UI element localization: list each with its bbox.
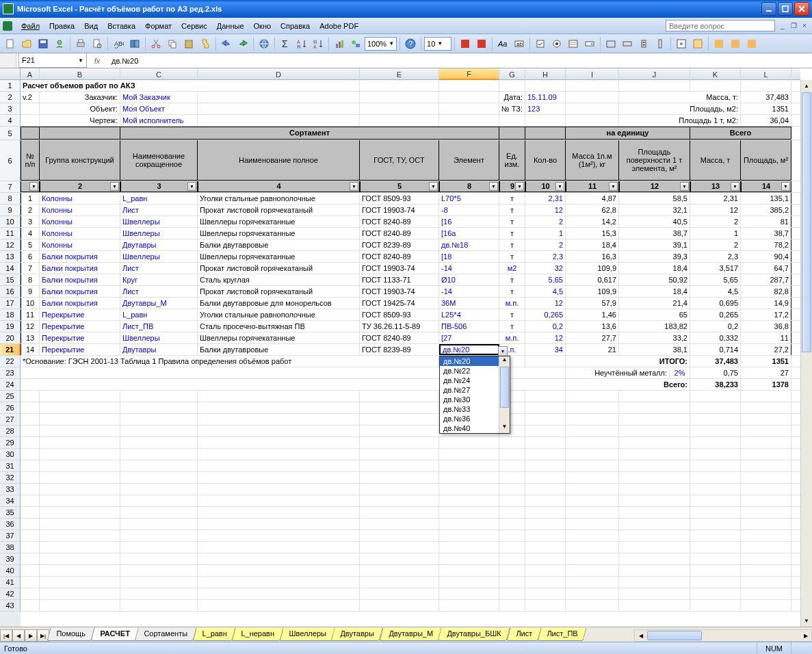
col-H[interactable]: H xyxy=(525,68,566,80)
unacc-mass[interactable]: 0,75 xyxy=(690,367,741,378)
cell-area[interactable]: 135,1 xyxy=(741,193,791,204)
cell-area1[interactable]: 38,7 xyxy=(619,228,690,239)
row-27[interactable]: 27 xyxy=(0,414,21,426)
cell-full[interactable]: Балки двутавровые xyxy=(198,239,360,250)
cell-area1[interactable]: 39,3 xyxy=(619,251,690,262)
tz-no[interactable]: 123 xyxy=(525,103,566,114)
button-control[interactable] xyxy=(620,36,635,51)
row-26[interactable]: 26 xyxy=(0,402,21,414)
mdi-minimize[interactable]: _ xyxy=(778,21,787,31)
cell-gost[interactable]: ГОСТ 8240-89 xyxy=(360,251,439,262)
menu-adobe[interactable]: Adobe PDF xyxy=(315,21,363,31)
cell-element[interactable]: [18 xyxy=(439,251,499,262)
cell-area1[interactable]: 33,2 xyxy=(619,332,690,343)
cell-area1[interactable]: 32,1 xyxy=(619,205,690,215)
cell-qty[interactable]: 12 xyxy=(525,332,566,343)
filter-J[interactable]: 12▼ xyxy=(619,181,690,192)
cell-qty[interactable]: 2 xyxy=(525,239,566,250)
cell-area[interactable]: 36,8 xyxy=(741,321,791,332)
paste-button[interactable] xyxy=(181,36,196,51)
cell-area[interactable]: 82,8 xyxy=(741,286,791,297)
cell-unit[interactable]: т xyxy=(499,274,525,285)
row-10[interactable]: 10 xyxy=(0,216,21,228)
cell-mass1[interactable]: 16,3 xyxy=(566,251,619,262)
row-34[interactable]: 34 xyxy=(0,495,21,507)
cell-area[interactable]: 64,7 xyxy=(741,263,791,274)
help-button[interactable]: ? xyxy=(403,36,418,51)
row-8[interactable]: 8 xyxy=(0,193,21,205)
column-headers[interactable]: A B C D E F G H I J K L xyxy=(21,68,800,80)
preview-button[interactable] xyxy=(90,36,105,51)
cell-mass1[interactable]: 109,9 xyxy=(566,263,619,274)
cell-full[interactable]: Прокат листовой горячекатаный xyxy=(198,263,360,274)
sort-asc-button[interactable]: АЯ xyxy=(294,36,309,51)
cell-gost[interactable]: ГОСТ 1133-71 xyxy=(360,274,439,285)
col-D[interactable]: D xyxy=(198,68,360,80)
format-painter-button[interactable] xyxy=(198,36,213,51)
cell-full[interactable]: Прокат листовой горячекатаный xyxy=(198,286,360,297)
itogo-mass[interactable]: 37,483 xyxy=(690,356,741,367)
cell-short[interactable]: Двутавры xyxy=(120,239,198,250)
cell-area[interactable]: 287,7 xyxy=(741,274,791,285)
research-button[interactable] xyxy=(127,36,142,51)
cell-mass[interactable]: 0,714 xyxy=(690,344,741,355)
save-button[interactable] xyxy=(36,36,51,51)
row-20[interactable]: 20 xyxy=(0,332,21,344)
customer[interactable]: Мой Заказчик xyxy=(120,92,198,103)
cell-n[interactable]: 9 xyxy=(21,286,40,297)
cell-gost[interactable]: ГОСТ 19425-74 xyxy=(360,298,439,309)
col-E[interactable]: E xyxy=(360,68,439,80)
cell-full[interactable]: Балки двутавровые для монорельсов xyxy=(198,298,360,309)
sheet-tab-Двутавры_М[interactable]: Двутавры_М xyxy=(379,628,442,641)
cell-n[interactable]: 7 xyxy=(21,263,40,274)
cell-unit[interactable]: т xyxy=(499,239,525,250)
tab-prev[interactable]: ◀ xyxy=(12,629,25,642)
row-40[interactable]: 40 xyxy=(0,565,21,577)
cell-full[interactable]: Уголки стальные равнополочные xyxy=(198,309,360,320)
cell-short[interactable]: Двутавры xyxy=(120,344,198,355)
row-15[interactable]: 15 xyxy=(0,274,21,286)
filter-arrow-icon[interactable]: ▼ xyxy=(680,182,689,191)
cell-area1[interactable]: 40,5 xyxy=(619,216,690,227)
cell-mass[interactable]: 2 xyxy=(690,239,741,250)
cell-mass1[interactable]: 15,3 xyxy=(566,228,619,239)
cell-group[interactable]: Колонны xyxy=(40,205,120,215)
cell-element[interactable]: -14 xyxy=(439,286,499,297)
filter-K[interactable]: 13▼ xyxy=(690,181,741,192)
cell-short[interactable]: L_равн xyxy=(120,193,198,204)
row-24[interactable]: 24 xyxy=(0,379,21,391)
fontsize-combo[interactable]: 10▼ xyxy=(424,37,451,51)
grid[interactable]: Расчет объемов работ по АКЗv.2Заказчик:М… xyxy=(21,80,800,627)
cell-group[interactable]: Перекрытие xyxy=(40,344,120,355)
cell-area1[interactable]: 21,4 xyxy=(619,298,690,309)
row-1[interactable]: 1 xyxy=(0,80,21,92)
filter-arrow-icon[interactable]: ▼ xyxy=(350,182,358,191)
cell-gost[interactable]: ГОСТ 19903-74 xyxy=(360,205,439,215)
pdf-button[interactable] xyxy=(458,36,473,51)
row-19[interactable]: 19 xyxy=(0,321,21,332)
row-3[interactable]: 3 xyxy=(0,103,21,115)
col-B[interactable]: B xyxy=(40,68,120,80)
permission-button[interactable] xyxy=(52,36,67,51)
filter-arrow-icon[interactable]: ▼ xyxy=(555,182,564,191)
cell-qty[interactable]: 5,65 xyxy=(525,274,566,285)
cell-gost[interactable]: ГОСТ 8240-89 xyxy=(360,332,439,343)
cell-full[interactable]: Швеллеры горячекатанные xyxy=(198,216,360,227)
cell-element[interactable]: -8 xyxy=(439,205,499,215)
sheet-tab-Сортаменты[interactable]: Сортаменты xyxy=(134,628,196,641)
row-30[interactable]: 30 xyxy=(0,449,21,460)
filter-B[interactable]: 2▼ xyxy=(40,181,120,192)
cell-group[interactable]: Перекрытие xyxy=(40,321,120,332)
sort-desc-button[interactable]: ЯА xyxy=(311,36,326,51)
filter-arrow-icon[interactable]: ▼ xyxy=(515,182,524,191)
cell-area[interactable]: 81 xyxy=(741,216,791,227)
row-25[interactable]: 25 xyxy=(0,391,21,402)
spelling-button[interactable]: ABC xyxy=(111,36,126,51)
cell-area1[interactable]: 18,4 xyxy=(619,286,690,297)
cell-group[interactable]: Перекрытие xyxy=(40,309,120,320)
cell-short[interactable]: Лист xyxy=(120,286,198,297)
row-39[interactable]: 39 xyxy=(0,553,21,565)
cell-mass[interactable]: 0,332 xyxy=(690,332,741,343)
filter-I[interactable]: 11▼ xyxy=(566,181,619,192)
vertical-scrollbar[interactable]: ▲▼ xyxy=(800,80,812,627)
